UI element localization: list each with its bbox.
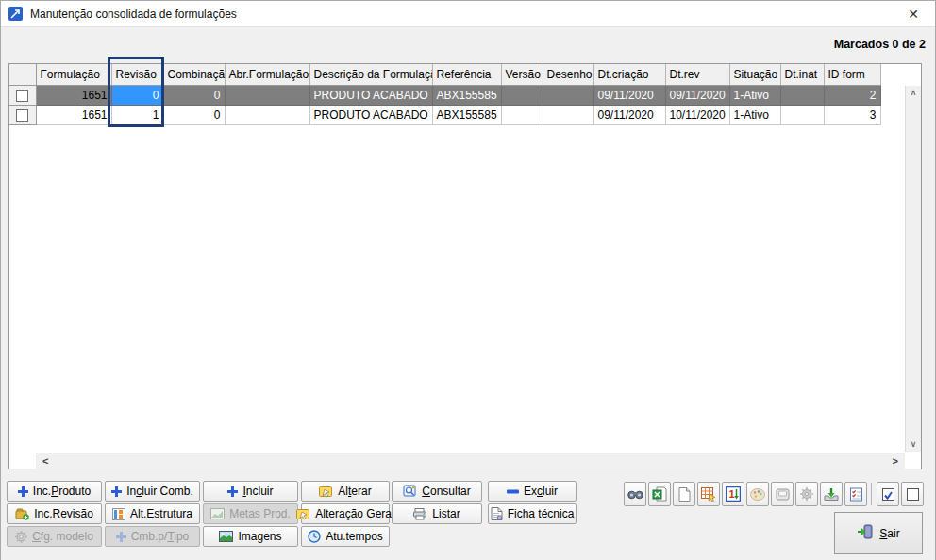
app-icon <box>8 7 23 21</box>
document-gear-icon <box>491 507 503 520</box>
document-icon[interactable] <box>673 482 695 506</box>
uncheck-all-button[interactable] <box>901 482 924 506</box>
col-header-referencia[interactable]: Referência <box>432 64 501 85</box>
binoculars-icon[interactable] <box>624 482 646 506</box>
image-icon <box>219 531 233 542</box>
row1-checkbox[interactable] <box>16 90 28 102</box>
row1-selector-cell[interactable] <box>9 85 36 105</box>
incluir-comb-button[interactable]: Incluir Comb. <box>105 481 200 502</box>
scroll-up-icon[interactable]: ∧ <box>911 89 917 97</box>
row2-checkbox[interactable] <box>16 109 28 122</box>
col-header-revisao[interactable]: Revisão <box>111 64 163 85</box>
col-header-descricao[interactable]: Descrição da Formulação <box>309 64 432 85</box>
row2-combinacao[interactable]: 0 <box>163 105 225 124</box>
col-header-dt-criacao[interactable]: Dt.criação <box>593 64 665 85</box>
listar-button[interactable]: Listar <box>392 503 482 524</box>
folder-plus-icon <box>15 508 29 520</box>
inc-revisao-label: Inc.Revisão <box>34 507 93 520</box>
scroll-right-icon[interactable]: > <box>893 456 898 467</box>
col-header-versao[interactable]: Versão <box>501 64 543 85</box>
alteracao-geral-button[interactable]: Alteração Geral <box>301 503 390 524</box>
row2-formulacao[interactable]: 1651 <box>36 105 111 124</box>
alterar-button[interactable]: Alterar <box>301 481 390 502</box>
row1-id-form[interactable]: 2 <box>824 85 880 105</box>
header-selector-cell[interactable] <box>9 64 36 85</box>
alteracao-geral-label: Alteração Geral <box>315 507 393 520</box>
row1-abr-formulacao[interactable] <box>225 85 309 105</box>
row2-desenho[interactable] <box>543 105 593 124</box>
excluir-label: Excluir <box>524 485 558 498</box>
metas-prod-label: Metas Prod. <box>229 507 291 520</box>
keyboard-icon <box>771 482 794 506</box>
alt-estrutura-button[interactable]: Alt.Estrutura <box>105 503 200 524</box>
chart-icon <box>210 508 225 519</box>
inc-produto-label: Inc.Produto <box>33 485 91 498</box>
incluir-comb-label: Incluir Comb. <box>126 485 193 498</box>
grid-edit-icon[interactable] <box>697 482 720 506</box>
close-icon[interactable]: ✕ <box>899 2 928 26</box>
alt-estrutura-label: Alt.Estrutura <box>130 507 192 520</box>
atu-tempos-button[interactable]: Atu.tempos <box>301 526 390 547</box>
grid-row-2[interactable]: 1651 1 0 PRODUTO ACABADO ABX155585 09/11… <box>9 105 880 124</box>
row1-versao[interactable] <box>501 85 543 105</box>
excluir-button[interactable]: Excluir <box>488 481 577 502</box>
cmb-p-tipo-label: Cmb.p/Tipo <box>131 530 190 543</box>
row1-revisao-focused-cell[interactable]: 0 <box>111 85 163 105</box>
sort-icon[interactable]: 1 <box>722 482 744 506</box>
scroll-down-icon[interactable]: ∨ <box>911 440 917 449</box>
row2-dt-criacao[interactable]: 09/11/2020 <box>593 105 665 124</box>
toolbar-separator <box>871 483 872 505</box>
row2-descricao[interactable]: PRODUTO ACABADO <box>309 105 432 124</box>
row1-formulacao[interactable]: 1651 <box>36 85 111 105</box>
sair-button[interactable]: Sair <box>834 512 923 554</box>
inc-produto-button[interactable]: Inc.Produto <box>7 481 102 502</box>
inc-revisao-button[interactable]: Inc.Revisão <box>7 503 102 524</box>
col-header-dt-rev[interactable]: Dt.rev <box>665 64 729 85</box>
palette-icon <box>746 482 769 506</box>
col-header-combinacao[interactable]: Combinação <box>163 64 225 85</box>
row1-combinacao[interactable]: 0 <box>163 85 225 105</box>
cfg-modelo-button: Cfg. modelo <box>7 526 102 547</box>
row1-dt-rev[interactable]: 09/11/2020 <box>665 85 729 105</box>
scroll-left-icon[interactable]: < <box>42 456 48 467</box>
settings-gear-icon <box>795 482 818 506</box>
checklist-icon[interactable] <box>844 482 867 506</box>
col-header-formulacao[interactable]: Formulação <box>36 64 111 85</box>
col-header-id-form[interactable]: ID form <box>824 64 880 85</box>
row2-revisao[interactable]: 1 <box>111 105 163 124</box>
clock-icon <box>308 530 321 543</box>
row2-id-form[interactable]: 3 <box>824 105 880 124</box>
row2-referencia[interactable]: ABX155585 <box>432 105 501 124</box>
col-header-desenho[interactable]: Desenho <box>543 64 593 85</box>
row2-dt-rev[interactable]: 10/11/2020 <box>665 105 729 124</box>
row2-abr-formulacao[interactable] <box>225 105 309 124</box>
grid-row-1[interactable]: 1651 0 0 PRODUTO ACABADO ABX155585 09/11… <box>9 85 880 105</box>
imagens-button[interactable]: Imagens <box>203 526 298 547</box>
horizontal-scrollbar[interactable]: < > <box>36 453 905 469</box>
check-all-button[interactable] <box>877 482 899 506</box>
row1-desenho[interactable] <box>543 85 593 105</box>
row2-versao[interactable] <box>501 105 543 124</box>
col-header-abr-formulacao[interactable]: Abr.Formulação <box>225 64 309 85</box>
excel-export-icon[interactable] <box>648 482 671 506</box>
row2-situacao[interactable]: 1-Ativo <box>729 105 780 124</box>
row1-situacao[interactable]: 1-Ativo <box>729 85 780 105</box>
ficha-tecnica-button[interactable]: Ficha técnica <box>488 503 577 524</box>
row2-dt-inat[interactable] <box>780 105 824 124</box>
consultar-button[interactable]: Consultar <box>392 481 482 502</box>
row1-dt-inat[interactable] <box>780 85 824 105</box>
vertical-scrollbar[interactable]: ∧ ∨ <box>905 86 921 452</box>
row2-selector-cell[interactable] <box>9 105 36 124</box>
edit-form-icon <box>296 508 310 520</box>
plus-icon <box>18 486 28 497</box>
incluir-button[interactable]: Incluir <box>203 481 298 502</box>
consultar-label: Consultar <box>422 485 470 498</box>
row1-descricao[interactable]: PRODUTO ACABADO <box>309 85 432 105</box>
col-header-situacao[interactable]: Situação <box>729 64 780 85</box>
row1-referencia[interactable]: ABX155585 <box>432 85 501 105</box>
col-header-dt-inat[interactable]: Dt.inat <box>780 64 824 85</box>
magnifier-icon <box>403 485 417 498</box>
structure-icon <box>112 508 125 520</box>
row1-dt-criacao[interactable]: 09/11/2020 <box>593 85 665 105</box>
import-icon[interactable] <box>820 482 843 506</box>
